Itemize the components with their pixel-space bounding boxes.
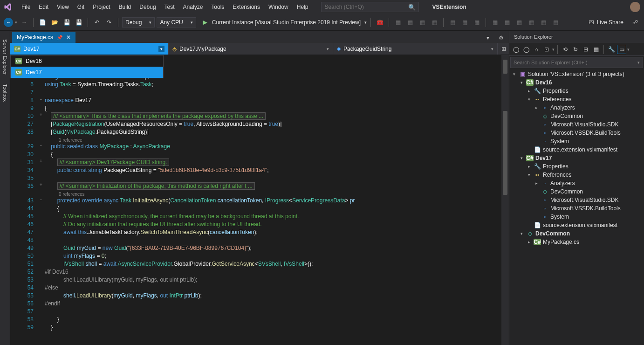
tb-icon: ▦ (405, 17, 415, 28)
tabs-overflow-icon[interactable]: ▾ (483, 33, 493, 43)
fold-column[interactable]: -+-++- (37, 55, 45, 345)
se-fwd-icon[interactable]: ◯ (521, 45, 531, 54)
live-share-button[interactable]: ⮹ Live Share (584, 19, 628, 26)
se-preview-icon[interactable]: ▭ (617, 45, 626, 54)
csharp-icon: C# (14, 46, 21, 52)
tree-item[interactable]: ▾▪▪References (509, 95, 644, 104)
main-toolbar: ← ▾ → 📄 📂 💾 💾 ↶ ↷ Debug Any CPU ▶ Curren… (0, 14, 644, 31)
menu-file[interactable]: File (18, 2, 34, 12)
se-back-icon[interactable]: ◯ (511, 45, 521, 54)
tree-item[interactable]: ▫System (509, 137, 644, 145)
rail-tab[interactable]: Server Explorer (1, 34, 9, 79)
solution-tree[interactable]: ▾▣Solution 'VSExtension' (3 of 3 project… (509, 68, 644, 345)
tree-item[interactable]: ▸🔧Properties (509, 162, 644, 171)
menu-git[interactable]: Git (74, 2, 88, 12)
solution-search-input[interactable] (514, 60, 637, 65)
code-editor[interactable]: 3456789102728293031343536434445464748495… (10, 55, 509, 345)
solution-explorer-title: Solution Explorer (509, 31, 644, 43)
redo-icon[interactable]: ↷ (104, 17, 114, 28)
project-dropdown-item[interactable]: C#Dev17 (11, 67, 163, 78)
save-icon[interactable]: 💾 (62, 17, 72, 28)
tree-item[interactable]: ▫System (509, 213, 644, 221)
tree-item[interactable]: ▫Microsoft.VisualStudio.SDK (509, 196, 644, 204)
se-collapse-icon[interactable]: ⊟ (581, 45, 590, 54)
tree-item[interactable]: ◇DevCommon (509, 112, 644, 120)
global-search-box[interactable]: 🔍 (321, 2, 419, 12)
se-showall-icon[interactable]: ▦ (591, 45, 601, 54)
save-all-icon[interactable]: 💾 (74, 17, 84, 28)
menu-edit[interactable]: Edit (35, 2, 52, 12)
toolbox-icon[interactable]: 🧰 (375, 17, 385, 28)
global-search-input[interactable] (324, 4, 408, 10)
undo-icon[interactable]: ↶ (92, 17, 102, 28)
menu-view[interactable]: View (53, 2, 73, 12)
nav-forward-button: → (19, 17, 29, 28)
menu-project[interactable]: Project (89, 2, 114, 12)
solution-explorer-toolbar: ◯ ◯ ⌂ ⊡ ▾ ⟲ ↻ ⊟ ▦ 🔧 ▭ ▾ (509, 43, 644, 56)
line-number-gutter: 3456789102728293031343536434445464748495… (10, 55, 37, 345)
tree-item[interactable]: ▾C#Dev16 (509, 78, 644, 87)
vertical-scrollbar[interactable] (501, 55, 509, 345)
feedback-icon[interactable]: ☍ (630, 17, 640, 28)
tree-item[interactable]: ▸C#MyPackage.cs (509, 238, 644, 246)
nav-class-dropdown[interactable]: ⬘ Dev17.MyPackage ▾ (169, 43, 333, 55)
tree-item[interactable]: ▸🔧Properties (509, 87, 644, 95)
debug-target-label[interactable]: Current Instance [Visual Studio Enterpri… (212, 19, 361, 26)
tree-item[interactable]: ▾▣Solution 'VSExtension' (3 of 3 project… (509, 70, 644, 78)
rail-tab[interactable]: Toolbox (1, 79, 9, 106)
field-icon: ◆ (337, 46, 341, 52)
config-dropdown[interactable]: Debug (122, 17, 155, 28)
tree-item[interactable]: 📄source.extension.vsixmanifest (509, 145, 644, 154)
tree-item[interactable]: ◇DevCommon (509, 187, 644, 196)
project-dropdown-item[interactable]: C#Dev16 (11, 55, 163, 67)
tree-item[interactable]: ▸▫Analyzers (509, 104, 644, 112)
tree-item[interactable]: ▫Microsoft.VisualStudio.SDK (509, 120, 644, 129)
platform-dropdown[interactable]: Any CPU (157, 17, 196, 28)
tabs-settings-icon[interactable]: ⚙ (496, 33, 506, 43)
menu-analyze[interactable]: Analyze (179, 2, 207, 12)
tb-icon: ▦ (502, 17, 512, 28)
live-share-icon: ⮹ (589, 19, 594, 26)
pin-icon[interactable]: 📌 (57, 35, 62, 40)
tree-item[interactable]: ▸▫Analyzers (509, 179, 644, 187)
nav-member-dropdown[interactable]: ◆ PackageGuidString ▾ (333, 43, 498, 55)
document-tabs: MyPackage.cs 📌 ✕ ▾ ⚙ (10, 31, 509, 43)
nav-project-dropdown[interactable]: C# Dev17 ▾ C#Dev16C#Dev17 (10, 43, 169, 55)
new-project-icon[interactable]: 📄 (37, 17, 48, 28)
menu-test[interactable]: Test (161, 2, 178, 12)
start-debug-button[interactable]: ▶ (200, 17, 210, 28)
solution-explorer-panel: Solution Explorer ◯ ◯ ⌂ ⊡ ▾ ⟲ ↻ ⊟ ▦ 🔧 ▭ … (509, 31, 644, 345)
se-sync-icon[interactable]: ⟲ (561, 45, 570, 54)
project-dropdown-list: C#Dev16C#Dev17 (10, 55, 164, 78)
tb-icon: ▦ (538, 17, 548, 28)
tree-item[interactable]: ▫Microsoft.VSSDK.BuildTools (509, 129, 644, 137)
open-icon[interactable]: 📂 (49, 17, 60, 28)
se-home-icon[interactable]: ⌂ (532, 45, 541, 54)
tree-item[interactable]: ▾C#Dev17 (509, 154, 644, 162)
se-refresh-icon[interactable]: ↻ (571, 45, 580, 54)
class-icon: ⬘ (172, 46, 177, 52)
tree-item[interactable]: 📄source.extension.vsixmanifest (509, 221, 644, 229)
document-tab-active[interactable]: MyPackage.cs 📌 ✕ (12, 32, 75, 43)
menu-build[interactable]: Build (115, 2, 135, 12)
menu-extensions[interactable]: Extensions (229, 2, 264, 12)
code-content[interactable]: using System.Threading;using Microsoft.V… (45, 55, 509, 345)
tb-icon: ▦ (514, 17, 524, 28)
se-scope-icon[interactable]: ⊡ (542, 45, 551, 54)
menu-help[interactable]: Help (293, 2, 312, 12)
menu-window[interactable]: Window (265, 2, 292, 12)
tree-item[interactable]: ▫Microsoft.VSSDK.BuildTools (509, 204, 644, 213)
user-avatar[interactable] (630, 2, 640, 12)
se-properties-icon[interactable]: 🔧 (607, 45, 616, 54)
split-editor-button[interactable]: ⊞ (498, 46, 509, 52)
tb-icon: ▦ (550, 17, 561, 28)
tb-icon: ▦ (417, 17, 427, 28)
tree-item[interactable]: ▾▪▪References (509, 171, 644, 179)
tree-item[interactable]: ▾◇DevCommon (509, 229, 644, 238)
menu-tools[interactable]: Tools (207, 2, 228, 12)
nav-back-button[interactable]: ← (4, 18, 13, 27)
menu-debug[interactable]: Debug (136, 2, 159, 12)
editor-area: MyPackage.cs 📌 ✕ ▾ ⚙ C# Dev17 ▾ C#Dev16C… (10, 31, 509, 345)
solution-search-box[interactable]: ▾ (510, 57, 643, 68)
close-icon[interactable]: ✕ (66, 34, 71, 41)
